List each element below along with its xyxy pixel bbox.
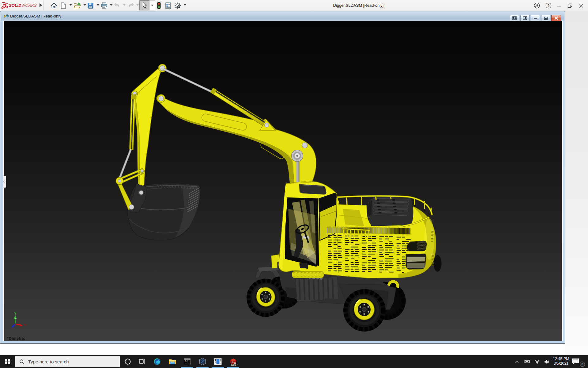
new-document-dropdown[interactable] xyxy=(70,4,72,6)
undo-icon xyxy=(114,2,121,9)
boom-arm[interactable] xyxy=(156,94,316,197)
wifi-icon xyxy=(534,359,540,364)
tray-battery-button[interactable] xyxy=(522,355,532,368)
save-dropdown[interactable] xyxy=(97,4,99,6)
home-button[interactable] xyxy=(51,1,57,10)
document-titlebar[interactable]: Digger.SLDASM [Read-only] xyxy=(1,12,564,21)
taskbar-terminal-button[interactable]: C:\_ xyxy=(180,355,194,368)
tray-wifi-button[interactable] xyxy=(532,355,542,368)
app-titlebar: SOLIDWORKS xyxy=(0,0,588,11)
doc-minimize-button[interactable] xyxy=(531,15,540,21)
collapse-right-pane-icon xyxy=(523,16,527,20)
task-view-icon xyxy=(138,358,145,365)
tray-volume-button[interactable] xyxy=(542,355,552,368)
document-window: Digger.SLDASM [Read-only] xyxy=(0,11,565,344)
user-account-button[interactable] xyxy=(532,0,542,11)
select-tool-button[interactable] xyxy=(139,0,149,10)
collapse-left-pane-button[interactable] xyxy=(510,15,519,21)
chevron-up-icon xyxy=(514,360,519,363)
taskbar-cortana-button[interactable] xyxy=(121,355,135,368)
toolbar-flyout-arrow-icon[interactable] xyxy=(40,3,42,7)
toolbar-separator xyxy=(43,1,44,10)
undo-button[interactable] xyxy=(114,1,121,10)
collapse-right-pane-button[interactable] xyxy=(520,15,530,21)
windows-start-icon xyxy=(5,359,10,364)
minimize-icon xyxy=(557,3,561,8)
doc-close-button[interactable] xyxy=(551,15,561,21)
app-title: Digger.SLDASM [Read-only] xyxy=(214,0,502,11)
taskbar-edge-button[interactable] xyxy=(150,355,164,368)
screen: SOLIDWORKS xyxy=(0,0,588,368)
file-explorer-icon xyxy=(169,358,176,365)
flyout-tab-grip-icon xyxy=(3,181,5,182)
stick-arm[interactable] xyxy=(131,64,166,189)
close-icon xyxy=(579,3,583,8)
tray-time: 12:45 PM xyxy=(551,357,571,361)
machine-body[interactable] xyxy=(279,181,436,278)
tray-chevron-button[interactable] xyxy=(512,355,521,368)
front-left-wheel[interactable] xyxy=(247,279,285,317)
collapse-left-pane-icon xyxy=(512,16,517,20)
options-dropdown[interactable] xyxy=(184,4,186,6)
cortana-icon xyxy=(124,358,131,365)
app-restore-button[interactable] xyxy=(565,0,575,11)
taskbar-search-input[interactable]: Type here to search xyxy=(15,356,120,367)
status-strip xyxy=(0,344,565,355)
rear-opening-lower xyxy=(406,254,426,270)
battery-charging-icon xyxy=(523,359,530,364)
new-document-icon xyxy=(61,2,66,9)
excavator-3d-model: Y xyxy=(4,21,562,341)
brand-name: SOLIDWORKS xyxy=(9,3,37,8)
open-button[interactable] xyxy=(74,1,81,10)
document-title: Digger.SLDASM [Read-only] xyxy=(10,14,62,18)
selection-filter-button[interactable] xyxy=(157,1,161,10)
undo-dropdown[interactable] xyxy=(123,4,126,6)
help-button[interactable]: ? xyxy=(543,0,554,11)
help-icon: ? xyxy=(545,2,552,9)
open-dropdown[interactable] xyxy=(84,4,86,6)
save-button[interactable] xyxy=(87,1,94,10)
print-button[interactable] xyxy=(101,1,107,10)
taskbar-solidworks-button[interactable]: S W 2021 xyxy=(226,355,240,368)
redo-button[interactable] xyxy=(127,1,134,10)
viewport-3d[interactable]: Y *Dimetric xyxy=(3,21,563,341)
open-icon xyxy=(74,2,81,9)
tray-clock[interactable]: 12:45 PM 3/5/2021 xyxy=(551,355,571,368)
svg-text:C:\_: C:\_ xyxy=(185,360,190,362)
doc-restore-button[interactable] xyxy=(541,15,550,21)
doc-minimize-icon xyxy=(533,17,537,20)
rear-left-wheel[interactable] xyxy=(343,289,386,332)
select-tool-dropdown[interactable] xyxy=(149,0,155,10)
feature-panel-flyout-tab[interactable] xyxy=(3,176,6,188)
taskbar-system-app-button[interactable] xyxy=(211,355,225,368)
new-document-button[interactable] xyxy=(61,1,66,10)
view-orientation-label: *Dimetric xyxy=(7,336,25,341)
taskbar-hexagon-app-button[interactable] xyxy=(195,355,209,368)
solidworks-logo[interactable]: SOLIDWORKS xyxy=(0,0,43,11)
dassault-3ds-logo-icon xyxy=(1,2,8,9)
redo-dropdown[interactable] xyxy=(136,4,139,6)
home-icon xyxy=(51,2,57,9)
app-close-button[interactable] xyxy=(576,0,586,11)
options-button[interactable] xyxy=(174,1,181,10)
save-icon xyxy=(87,2,94,9)
taskbar-explorer-button[interactable] xyxy=(165,355,179,368)
doc-close-icon xyxy=(554,16,558,20)
svg-text:2021: 2021 xyxy=(231,363,236,366)
system-app-icon xyxy=(214,358,222,365)
options-gear-icon xyxy=(174,2,181,9)
notification-badge: 3 xyxy=(580,362,585,367)
file-properties-button[interactable] xyxy=(165,1,171,10)
search-placeholder: Type here to search xyxy=(28,359,69,364)
svg-text:?: ? xyxy=(547,4,549,8)
restore-icon xyxy=(567,3,572,8)
taskbar-taskview-button[interactable] xyxy=(135,355,149,368)
search-icon xyxy=(19,359,24,364)
assembly-document-icon xyxy=(4,13,9,19)
solidworks-2021-icon: S W 2021 xyxy=(229,358,237,366)
doc-restore-icon xyxy=(544,17,548,20)
app-minimize-button[interactable] xyxy=(554,0,564,11)
start-button[interactable] xyxy=(0,355,15,368)
notification-center-button[interactable]: 3 xyxy=(570,355,586,368)
print-dropdown[interactable] xyxy=(110,4,112,6)
